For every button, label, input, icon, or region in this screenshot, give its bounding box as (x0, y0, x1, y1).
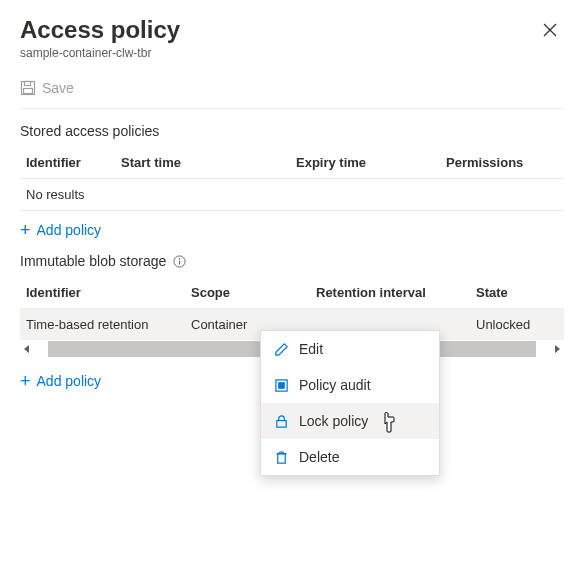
col-expiry-time: Expiry time (290, 147, 440, 179)
stored-access-policies-table: Identifier Start time Expiry time Permis… (20, 147, 564, 210)
table-header-row: Identifier Scope Retention interval Stat… (20, 277, 564, 309)
save-label: Save (42, 80, 74, 96)
col-identifier: Identifier (20, 277, 185, 309)
col-start-time: Start time (115, 147, 290, 179)
page-title: Access policy (20, 16, 180, 44)
menu-item-edit[interactable]: Edit (261, 331, 439, 367)
close-icon (543, 23, 557, 37)
svg-marker-9 (555, 345, 560, 353)
menu-item-lock-policy[interactable]: Lock policy (261, 403, 439, 439)
context-menu: Edit Policy audit Lock policy Delete (260, 330, 440, 476)
stored-access-policies-label: Stored access policies (20, 123, 564, 139)
no-results-row: No results (20, 179, 564, 211)
edit-icon (273, 341, 289, 357)
lock-icon (273, 413, 289, 429)
svg-rect-3 (25, 82, 31, 86)
save-icon (20, 80, 36, 96)
col-state: State (470, 277, 564, 309)
menu-item-policy-audit-label: Policy audit (299, 377, 371, 393)
add-stored-policy-label: Add policy (37, 222, 102, 238)
save-button[interactable]: Save (20, 80, 74, 96)
menu-item-edit-label: Edit (299, 341, 323, 357)
svg-point-6 (178, 257, 180, 259)
container-name: sample-container-clw-tbr (20, 46, 180, 60)
table-header-row: Identifier Start time Expiry time Permis… (20, 147, 564, 179)
info-icon[interactable] (172, 254, 186, 268)
menu-item-delete-label: Delete (299, 449, 339, 465)
divider (20, 108, 564, 109)
no-results-cell: No results (20, 179, 564, 211)
col-retention-interval: Retention interval (310, 277, 470, 309)
col-permissions: Permissions (440, 147, 564, 179)
cell-identifier: Time-based retention (20, 309, 185, 341)
svg-rect-13 (277, 453, 285, 462)
add-stored-policy-button[interactable]: + Add policy (20, 221, 564, 239)
add-immutable-policy-label: Add policy (37, 373, 102, 389)
audit-icon (273, 377, 289, 393)
plus-icon: + (20, 372, 31, 390)
immutable-blob-storage-label: Immutable blob storage (20, 253, 166, 269)
scroll-left-arrow-icon[interactable] (20, 342, 34, 356)
col-scope: Scope (185, 277, 310, 309)
cell-state: Unlocked (470, 309, 564, 341)
menu-item-lock-policy-label: Lock policy (299, 413, 368, 429)
divider (20, 210, 564, 211)
close-button[interactable] (536, 16, 564, 44)
delete-icon (273, 449, 289, 465)
svg-rect-12 (276, 420, 285, 427)
plus-icon: + (20, 221, 31, 239)
scroll-right-arrow-icon[interactable] (550, 342, 564, 356)
menu-item-policy-audit[interactable]: Policy audit (261, 367, 439, 403)
col-identifier: Identifier (20, 147, 115, 179)
menu-item-delete[interactable]: Delete (261, 439, 439, 475)
svg-marker-8 (24, 345, 29, 353)
svg-rect-4 (24, 89, 33, 94)
svg-rect-11 (278, 382, 284, 388)
